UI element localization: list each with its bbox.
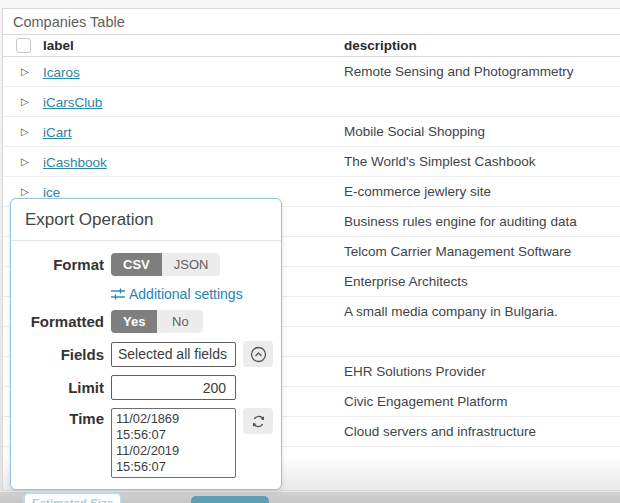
table-row: ▷ iCarsClub [3, 87, 620, 117]
format-toggle: CSV JSON [111, 253, 220, 276]
column-header-description[interactable]: description [344, 38, 620, 53]
limit-label: Limit [11, 379, 111, 396]
format-row: Format CSV JSON [11, 253, 281, 276]
time-range-input[interactable]: 11/02/1869 15:56:07 11/02/2019 15:56:07 [111, 408, 236, 478]
table-row: ▷ Icaros Remote Sensing and Photogrammet… [3, 57, 620, 87]
select-all-checkbox[interactable] [16, 38, 31, 53]
row-description: Telcom Carrier Management Software [344, 244, 620, 259]
row-label-link[interactable]: iCashbook [43, 155, 107, 170]
row-description: A small media company in Bulgaria. [344, 304, 620, 319]
fields-input[interactable] [111, 342, 236, 367]
sliders-icon [111, 288, 125, 301]
formatted-label: Formatted [11, 313, 111, 330]
time-label: Time [11, 408, 111, 427]
row-description: Civic Engagement Platform [344, 394, 620, 409]
export-button[interactable]: Export [191, 496, 269, 503]
time-from-value: 11/02/1869 15:56:07 [116, 411, 231, 443]
header-checkbox-cell [3, 38, 43, 53]
format-option-csv[interactable]: CSV [111, 253, 162, 276]
fields-label: Fields [11, 346, 111, 363]
row-description: Business rules engine for auditing data [344, 214, 620, 229]
refresh-time-button[interactable] [243, 408, 273, 434]
page-title: Companies Table [3, 9, 620, 35]
limit-row: Limit [11, 375, 281, 400]
row-description: E-commerce jewlery site [344, 184, 620, 199]
formatted-toggle: Yes No [111, 310, 203, 333]
refresh-icon [251, 414, 266, 429]
table-row: ▷ iCashbook The World's Simplest Cashboo… [3, 147, 620, 177]
formatted-option-no[interactable]: No [157, 310, 203, 333]
collapse-fields-button[interactable] [243, 341, 273, 367]
formatted-option-yes[interactable]: Yes [111, 310, 157, 333]
format-label: Format [11, 256, 111, 273]
row-label-link[interactable]: iCart [43, 125, 72, 140]
table-header-row: label description [3, 35, 620, 57]
table-row: ▷ iCart Mobile Social Shopping [3, 117, 620, 147]
fields-row: Fields [11, 341, 281, 367]
expand-row-icon[interactable]: ▷ [21, 127, 29, 137]
format-option-json[interactable]: JSON [162, 253, 221, 276]
dialog-footer: Estimated Size ~410 KB Cancel Export [11, 486, 281, 503]
row-description: Enterprise Architects [344, 274, 620, 289]
row-description: The World's Simplest Cashbook [344, 154, 620, 169]
row-label-link[interactable]: Icaros [43, 65, 80, 80]
expand-row-icon[interactable]: ▷ [21, 97, 29, 107]
estimated-size-button[interactable]: Estimated Size ~410 KB [23, 492, 122, 503]
additional-settings-text: Additional settings [129, 286, 243, 302]
time-to-value: 11/02/2019 15:56:07 [116, 443, 231, 475]
time-row: Time 11/02/1869 15:56:07 11/02/2019 15:5… [11, 408, 281, 478]
expand-row-icon[interactable]: ▷ [21, 187, 29, 197]
limit-input[interactable] [111, 375, 236, 400]
expand-row-icon[interactable]: ▷ [21, 157, 29, 167]
chevron-up-circle-icon [250, 346, 267, 363]
row-description: Cloud servers and infrastructure [344, 424, 620, 439]
dialog-title: Export Operation [11, 199, 281, 241]
expand-row-icon[interactable]: ▷ [21, 67, 29, 77]
export-dialog: Export Operation Format CSV JSON Additio… [10, 198, 282, 490]
estimated-size-caption: Estimated Size [32, 497, 113, 503]
formatted-row: Formatted Yes No [11, 310, 281, 333]
row-description: Remote Sensing and Photogrammetry [344, 64, 620, 79]
row-description: EHR Solutions Provider [344, 364, 620, 379]
row-label-link[interactable]: iCarsClub [43, 95, 102, 110]
row-description: Mobile Social Shopping [344, 124, 620, 139]
additional-settings-link[interactable]: Additional settings [111, 286, 243, 302]
column-header-label[interactable]: label [43, 38, 344, 53]
